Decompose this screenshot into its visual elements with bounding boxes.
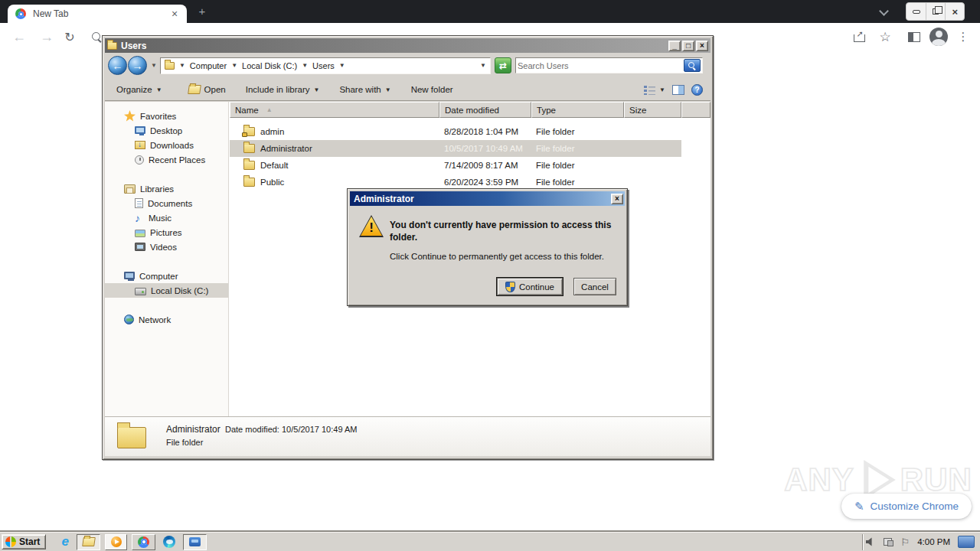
address-dropdown-chevron-icon[interactable]: ▼ (480, 62, 486, 69)
selected-folder-icon (117, 427, 146, 448)
column-header-type[interactable]: Type (531, 102, 624, 118)
file-row-admin[interactable]: admin 8/28/2018 1:04 PM File folder (230, 123, 710, 140)
preview-pane-icon[interactable] (672, 85, 684, 95)
start-button[interactable]: Start (2, 534, 46, 549)
search-box[interactable] (515, 57, 703, 73)
breadcrumb-chevron-icon[interactable]: ▼ (339, 62, 345, 69)
taskbar-explorer-button[interactable] (77, 534, 100, 550)
browser-reload-icon[interactable]: ↻ (61, 23, 78, 51)
breadcrumb-users[interactable]: Users (312, 61, 335, 70)
customize-chrome-button[interactable]: ✎ Customize Chrome (841, 494, 972, 519)
cancel-button[interactable]: Cancel (573, 278, 616, 295)
dialog-close-button[interactable]: × (611, 194, 623, 204)
recent-places-icon (135, 155, 144, 165)
taskbar-ie-icon[interactable]: e (55, 534, 75, 550)
folder-icon (243, 127, 255, 136)
folder-icon (243, 178, 255, 187)
folder-icon (243, 144, 255, 153)
organize-menu[interactable]: Organize▼ (116, 85, 162, 94)
explorer-navbar: ← → ▼ ▼ Computer ▼ Local Disk (C:) ▼ Use… (105, 53, 710, 78)
details-name: Administrator (166, 424, 220, 435)
chrome-favicon-icon (15, 8, 26, 19)
column-header-name[interactable]: Name ▲ (230, 102, 439, 118)
continue-button[interactable]: Continue (497, 278, 563, 295)
window-minimize-button[interactable] (906, 3, 926, 20)
explorer-title: Users (121, 41, 668, 51)
explorer-minimize-button[interactable]: _ (668, 41, 681, 51)
profile-avatar-icon[interactable] (928, 23, 949, 51)
tab-search-chevron-icon[interactable] (880, 7, 888, 15)
pencil-icon: ✎ (854, 500, 864, 514)
column-header-size[interactable]: Size (624, 102, 681, 118)
new-tab-button[interactable]: + (196, 5, 208, 18)
breadcrumb[interactable]: ▼ Computer ▼ Local Disk (C:) ▼ Users ▼ ▼ (160, 57, 491, 74)
navigation-pane: Favorites Desktop Downloads Recent Place… (105, 102, 229, 416)
browser-tab[interactable]: New Tab × (8, 5, 187, 23)
explorer-maximize-button[interactable]: □ (682, 41, 694, 51)
search-input[interactable] (518, 61, 684, 70)
sidebar-item-computer[interactable]: Computer (105, 269, 228, 283)
sidebar-item-favorites[interactable]: Favorites (105, 109, 228, 123)
breadcrumb-chevron-icon[interactable]: ▼ (302, 62, 308, 69)
breadcrumb-computer[interactable]: Computer (190, 61, 227, 70)
sidebar-item-documents[interactable]: Documents (105, 196, 228, 210)
browser-window-controls: × (906, 2, 965, 21)
taskbar-blue-app-button[interactable] (183, 534, 207, 550)
tab-close-icon[interactable]: × (168, 8, 181, 20)
file-row-default[interactable]: Default 7/14/2009 8:17 AM File folder (230, 157, 710, 174)
network-tray-icon[interactable] (884, 538, 893, 546)
sidebar-item-music[interactable]: ♪ Music (105, 210, 228, 225)
browser-menu-kebab-icon[interactable]: ⋮ (956, 23, 971, 51)
browser-forward-icon[interactable]: → (38, 23, 55, 51)
sidebar-item-libraries[interactable]: Libraries (105, 181, 228, 196)
sidebar-item-network[interactable]: Network (105, 312, 228, 327)
tab-title: New Tab (33, 8, 168, 19)
window-close-button[interactable]: × (945, 3, 964, 20)
sidebar-item-local-disk-c[interactable]: Local Disk (C:) (105, 283, 228, 298)
customize-chrome-label: Customize Chrome (871, 500, 959, 512)
browser-back-icon[interactable]: ← (11, 23, 28, 51)
watermark-run-text: RUN (900, 461, 972, 498)
sidebar-item-videos[interactable]: Videos (105, 240, 228, 254)
pictures-icon (135, 230, 145, 237)
breadcrumb-chevron-icon[interactable]: ▼ (231, 62, 237, 69)
taskbar-media-player-button[interactable] (105, 534, 127, 550)
include-in-library-menu[interactable]: Include in library▼ (246, 85, 320, 94)
nav-history-chevron-icon[interactable]: ▼ (151, 62, 157, 69)
dialog-title: Administrator (354, 194, 611, 204)
search-go-button[interactable] (684, 59, 701, 72)
share-with-menu[interactable]: Share with▼ (339, 85, 390, 94)
explorer-close-button[interactable]: × (696, 41, 708, 51)
side-panel-icon[interactable] (905, 23, 923, 51)
folder-icon (243, 161, 255, 170)
uac-shield-icon (505, 282, 515, 292)
dialog-titlebar[interactable]: Administrator × (350, 191, 625, 206)
new-folder-button[interactable]: New folder (411, 85, 453, 94)
help-icon[interactable]: ? (691, 84, 703, 96)
details-date-modified: Date modified: 10/5/2017 10:49 AM (225, 425, 357, 434)
breadcrumb-local-disk[interactable]: Local Disk (C:) (242, 61, 297, 70)
sidebar-item-pictures[interactable]: Pictures (105, 225, 228, 240)
sidebar-item-recent-places[interactable]: Recent Places (105, 152, 228, 167)
breadcrumb-folder-icon (165, 62, 175, 70)
taskbar-chrome-button[interactable] (132, 534, 155, 550)
bookmark-star-icon[interactable]: ☆ (876, 23, 894, 51)
taskbar-edge-icon[interactable] (160, 534, 178, 550)
file-row-administrator[interactable]: Administrator 10/5/2017 10:49 AM File fo… (230, 140, 681, 157)
window-restore-button[interactable] (926, 3, 945, 20)
volume-icon[interactable] (866, 537, 876, 546)
change-view-button[interactable]: ▼ (644, 85, 665, 95)
refresh-button[interactable]: ⇄ (495, 57, 511, 73)
share-icon[interactable] (850, 23, 868, 51)
open-button[interactable]: Open (188, 85, 226, 94)
column-header-date-modified[interactable]: Date modified (439, 102, 531, 118)
nav-forward-button[interactable]: → (128, 56, 147, 75)
clock[interactable]: 4:00 PM (917, 537, 950, 546)
show-desktop-button[interactable] (958, 536, 975, 548)
breadcrumb-chevron-icon[interactable]: ▼ (179, 62, 185, 69)
sidebar-item-desktop[interactable]: Desktop (105, 123, 228, 138)
action-center-flag-icon[interactable]: ⚐ (901, 537, 910, 547)
nav-back-button[interactable]: ← (108, 56, 127, 75)
explorer-titlebar[interactable]: Users _ □ × (105, 38, 710, 53)
sidebar-item-downloads[interactable]: Downloads (105, 138, 228, 152)
